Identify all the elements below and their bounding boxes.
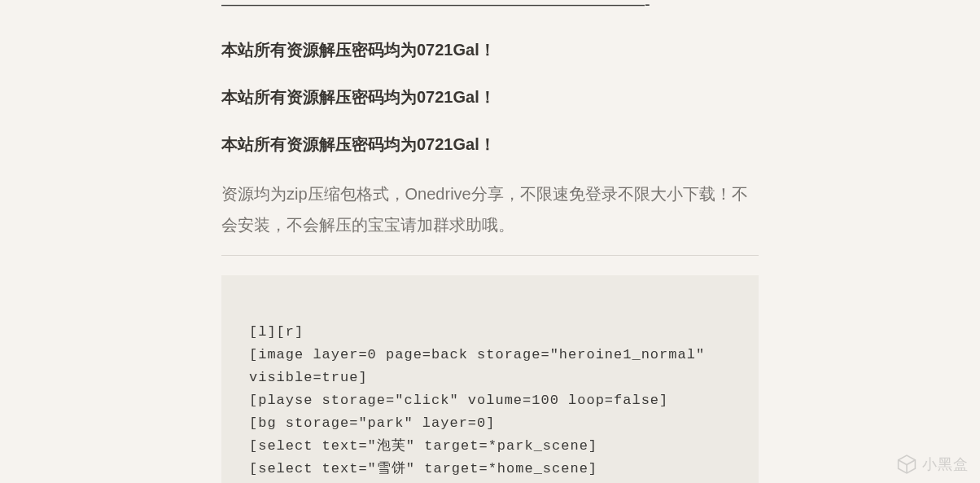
code-line: [image layer=0 page=back storage="heroin… (249, 347, 714, 385)
watermark: 小黑盒 (896, 454, 969, 475)
cube-icon (896, 454, 917, 475)
password-notice-2: 本站所有资源解压密码均为0721Gal！ (221, 84, 759, 110)
svg-marker-0 (899, 455, 916, 473)
code-line: [playse storage="click" volume=100 loop=… (249, 393, 668, 408)
code-line: [l][r] (249, 324, 304, 340)
code-block: [l][r] [image layer=0 page=back storage=… (221, 275, 759, 483)
divider-dashes: ——————————————————————————- (221, 0, 759, 14)
article-content: ——————————————————————————- 本站所有资源解压密码均为… (221, 0, 759, 483)
page-root: ——————————————————————————- 本站所有资源解压密码均为… (0, 0, 980, 483)
watermark-text: 小黑盒 (922, 454, 969, 474)
password-notice-1: 本站所有资源解压密码均为0721Gal！ (221, 37, 759, 63)
horizontal-rule (221, 255, 759, 256)
code-line: [select text="泡芙" target=*park_scene] (249, 438, 597, 454)
code-line: [select text="雪饼" target=*home_scene] (249, 461, 597, 476)
code-line: [bg storage="park" layer=0] (249, 415, 495, 431)
password-notice-3: 本站所有资源解压密码均为0721Gal！ (221, 131, 759, 157)
resource-description: 资源均为zip压缩包格式，Onedrive分享，不限速免登录不限大小下载！不会安… (221, 178, 759, 240)
